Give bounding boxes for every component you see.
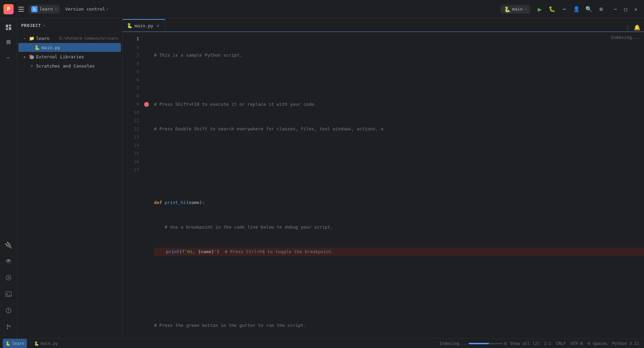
line-num-4: 4: [123, 59, 143, 68]
tab-actions-more[interactable]: ⋮: [624, 23, 632, 31]
run-config-chevron-icon: ▾: [525, 7, 527, 11]
activity-icon-terminal[interactable]: [2, 287, 15, 301]
code-builtin-print: print: [166, 248, 179, 256]
activity-icon-problems[interactable]: [2, 304, 15, 317]
version-control-button[interactable]: Version control ▾: [62, 5, 111, 13]
status-file-icon: 🐍: [34, 341, 39, 346]
indexing-indicator: Indexing...: [611, 35, 640, 40]
activity-icon-project[interactable]: [2, 20, 15, 34]
window-controls: ─ □ ✕: [611, 4, 641, 14]
run-config-selector[interactable]: 🐍 main ▾: [501, 5, 530, 14]
tree-label-mainpy: main.py: [42, 45, 118, 50]
line-num-7: 7: [123, 84, 143, 92]
code-line-10: [154, 272, 644, 280]
breakpoint-line-9[interactable]: [144, 102, 149, 107]
status-position[interactable]: 1:1: [542, 341, 553, 346]
notifications-button[interactable]: 🔔: [633, 23, 641, 31]
code-line-11: [154, 297, 644, 305]
tree-item-scratches[interactable]: ▶ ≡ Scratches and Consoles: [18, 61, 121, 70]
tab-main-py[interactable]: 🐍 main.py ✕: [123, 19, 165, 31]
debug-button[interactable]: 🐛: [547, 4, 557, 15]
gutter: [143, 32, 151, 338]
close-button[interactable]: ✕: [631, 4, 641, 14]
status-python-version[interactable]: Python 3.11: [610, 341, 641, 346]
svg-rect-1: [9, 25, 11, 26]
editor-content[interactable]: Indexing... 1 2 3 4 5 6 7 8 9 10 11 12 1…: [123, 32, 644, 338]
status-line-ending[interactable]: CRLF: [554, 341, 568, 346]
main-layout: ⋯ 🔌: [0, 18, 644, 338]
code-comment-1: # This is a sample Python script.: [154, 51, 242, 59]
code-fstring-9: f'Hi,: [182, 248, 198, 256]
code-func-print-hi: print_hi: [165, 199, 186, 207]
code-line-9: print(f'Hi, {name}') # Press Ctrl+F8 to …: [154, 248, 644, 256]
tab-close-mainpy[interactable]: ✕: [155, 23, 161, 28]
line-num-6: 6: [123, 76, 143, 84]
status-bar: 🐍 learn › 🐍 main.py Indexing... ⏸ Show a…: [0, 338, 644, 348]
tab-bar-actions: ⋮ 🔔: [621, 23, 644, 31]
search-button[interactable]: 🔍: [583, 4, 594, 15]
sidebar: Project ▾ ▾ 📁 learn D:\PyCharm Community…: [17, 18, 123, 338]
code-params: (name):: [186, 199, 205, 207]
tree-item-learn-root[interactable]: ▾ 📁 learn D:\PyCharm Community\learn: [18, 34, 121, 43]
indexing-progress-bar: [469, 343, 503, 344]
status-position-value: 1:1: [544, 341, 551, 346]
line-num-8: 8: [123, 92, 143, 100]
activity-icon-deploy[interactable]: [2, 271, 15, 285]
profile-button[interactable]: 👤: [571, 4, 582, 15]
run-button[interactable]: ▶: [534, 4, 545, 15]
tree-arrow-scratches: ▶: [24, 64, 29, 68]
activity-icon-bookmarks[interactable]: [2, 35, 15, 49]
more-actions-button[interactable]: ⋯: [559, 4, 570, 15]
app-logo: P: [3, 4, 14, 14]
status-encoding-value: UTF-8: [571, 341, 583, 346]
status-file-name: main.py: [41, 341, 58, 346]
tab-bar: 🐍 main.py ✕ ⋮ 🔔: [123, 18, 644, 32]
svg-rect-0: [6, 25, 8, 28]
hamburger-line-3: [18, 11, 24, 12]
project-selector[interactable]: L learn ▾: [29, 5, 60, 14]
titlebar-left: P L learn ▾ Version control ▾: [3, 4, 111, 14]
activity-icon-plugins[interactable]: 🔌: [2, 238, 15, 252]
code-indent-9: [154, 248, 166, 256]
status-indent[interactable]: 4 spaces: [586, 341, 610, 346]
svg-rect-3: [9, 27, 11, 30]
minimize-button[interactable]: ─: [611, 4, 620, 14]
code-line-4: # Press Double Shift to search everywher…: [154, 125, 644, 133]
line-num-13: 13: [123, 133, 143, 141]
scratches-icon: ≡: [29, 63, 35, 69]
status-project-icon: 🐍: [5, 341, 11, 346]
code-editor[interactable]: # This is a sample Python script. # Pres…: [151, 32, 644, 338]
code-comment-12: # Press the green button in the gutter t…: [154, 321, 306, 330]
sidebar-content: ▾ 📁 learn D:\PyCharm Community\learn ▶ 🐍…: [17, 32, 122, 338]
line-num-15: 15: [123, 149, 143, 158]
folder-icon-learn: 📁: [29, 35, 35, 41]
indexing-pause-button[interactable]: ⏸: [503, 341, 508, 346]
sidebar-header: Project ▾: [17, 18, 122, 32]
code-comment-3: # Press Shift+F10 to execute it or repla…: [154, 100, 317, 108]
tree-item-external-libraries[interactable]: ▶ 📚 External Libraries: [18, 52, 121, 61]
project-icon: L: [31, 6, 37, 12]
tree-label-learn: learn: [36, 36, 58, 41]
status-right: 1:1 CRLF UTF-8 4 spaces Python 3.11: [542, 341, 641, 346]
project-name: learn: [40, 6, 53, 12]
code-line-1: # This is a sample Python script.: [154, 51, 644, 59]
titlebar: P L learn ▾ Version control ▾ 🐍 main ▾ ▶…: [0, 0, 644, 18]
activity-icon-more[interactable]: ⋯: [2, 50, 15, 64]
code-comment-inline-9: # Press Ctrl+F8 to toggle the breakpoint…: [225, 248, 334, 256]
activity-icon-layers[interactable]: [2, 255, 15, 268]
settings-button[interactable]: ⚙: [596, 4, 607, 15]
hamburger-menu-button[interactable]: [16, 4, 26, 14]
status-show-all[interactable]: Show all (2): [508, 339, 542, 348]
status-file[interactable]: 🐍 main.py: [32, 339, 60, 348]
tree-item-main-py[interactable]: ▶ 🐍 main.py: [18, 43, 121, 52]
editor-inner: 1 2 3 4 5 6 7 8 9 10 11 12 13 14 15 16 1: [123, 32, 644, 338]
code-comment-8: # Use a breakpoint in the code line belo…: [154, 223, 333, 231]
status-indent-value: 4 spaces: [588, 341, 608, 346]
activity-bottom: 🔌: [2, 237, 15, 337]
svg-marker-5: [8, 277, 10, 279]
activity-icon-git[interactable]: [2, 320, 15, 334]
maximize-button[interactable]: □: [621, 4, 630, 14]
status-encoding[interactable]: UTF-8: [569, 341, 585, 346]
status-project[interactable]: 🐍 learn: [3, 339, 27, 348]
python-file-icon-main: 🐍: [34, 44, 40, 50]
